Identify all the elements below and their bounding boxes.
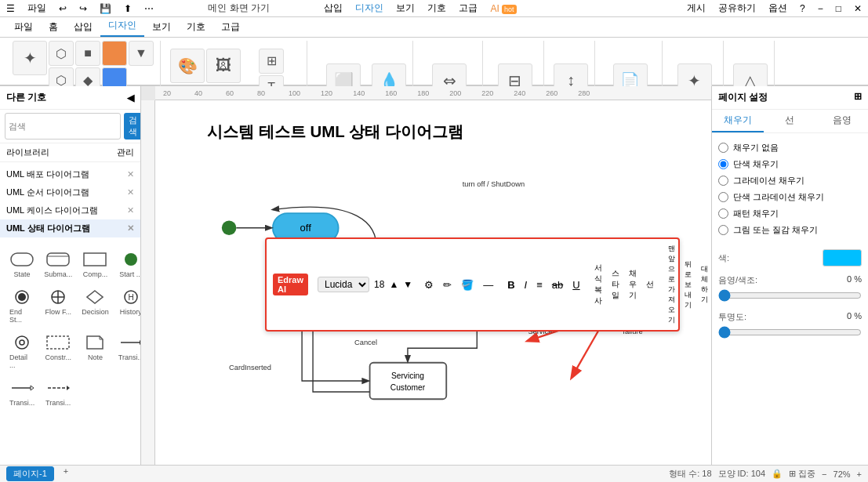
fill-gradient-option[interactable]: 그라데이션 채우기 (718, 172, 862, 189)
italic-btn[interactable]: I (522, 277, 530, 292)
tab-fill[interactable]: 채우기 (712, 110, 764, 132)
toolbar-export[interactable]: ⬆ (124, 3, 132, 14)
diagram-item-usecase[interactable]: UML 케이스 다이어그램 ✕ (0, 201, 140, 219)
ribbon-tab-file[interactable]: 파일 (6, 17, 41, 37)
ribbon-tab-view[interactable]: 보기 (144, 17, 179, 37)
fill-color-btn[interactable]: 🎨 (170, 49, 205, 83)
menu-insert[interactable]: 삽입 (324, 2, 343, 15)
one-click-btn[interactable]: ✦ (13, 41, 47, 75)
search-input[interactable] (5, 113, 121, 140)
shape-subma[interactable]: Subma... (41, 247, 75, 281)
fill-btn[interactable]: 채우기 (626, 266, 639, 303)
shape-state[interactable]: State (6, 247, 38, 281)
btn-help[interactable]: ? (800, 3, 805, 14)
panel-expand-icon[interactable]: ⊞ (854, 91, 862, 104)
panel-collapse-btn[interactable]: ◀ (127, 92, 134, 103)
canvas-area[interactable]: 20 40 60 80 100 120 140 160 180 200 220 … (141, 86, 711, 465)
menu-design[interactable]: 디자인 (355, 2, 383, 15)
menu-main[interactable]: 메인 화면 가기 (166, 2, 311, 15)
tab-line[interactable]: 선 (764, 110, 815, 132)
diagram-item-close[interactable]: ✕ (127, 205, 134, 216)
diagram-item-close[interactable]: ✕ (127, 169, 134, 179)
move-front-btn[interactable]: 맨 앞으로 가져오기 (666, 242, 677, 327)
toolbar-more[interactable]: ⋯ (144, 3, 154, 14)
btn-post[interactable]: 게시 (687, 2, 706, 15)
tab-shadow[interactable]: 음영 (816, 110, 868, 132)
fill-solid-option[interactable]: 단색 채우기 (718, 156, 862, 172)
fill-texture-radio[interactable] (718, 225, 728, 235)
format-icon-4[interactable]: — (481, 277, 496, 292)
format-icon-3[interactable]: 🪣 (459, 277, 476, 292)
diagram-item-close[interactable]: ✕ (127, 223, 134, 234)
shape-comp[interactable]: Comp... (78, 247, 112, 281)
shape-decision[interactable]: Decision (78, 284, 112, 327)
ribbon-tab-insert[interactable]: 삽입 (66, 17, 100, 37)
shape-start[interactable]: Start ... (115, 247, 141, 281)
font-family-select[interactable]: Lucida (318, 277, 369, 292)
btn-maximize[interactable]: □ (836, 3, 841, 14)
ribbon-tab-symbol[interactable]: 기호 (179, 17, 213, 37)
btn-options[interactable]: 옵션 (768, 2, 787, 15)
fill-texture-option[interactable]: 그림 또는 질감 채우기 (718, 222, 862, 238)
font-size-down[interactable]: ▼ (403, 279, 412, 290)
style-btn[interactable]: 스타일 (609, 266, 622, 303)
style-btn-1[interactable]: ⬡ (49, 41, 74, 66)
underline-btn[interactable]: U (570, 277, 582, 292)
transparency-slider[interactable] (718, 326, 862, 339)
search-button[interactable]: 검색 (124, 113, 141, 140)
more-btn[interactable]: ▼ (129, 41, 154, 66)
fill-solid-gradient-radio[interactable] (718, 192, 728, 202)
saturation-slider[interactable] (718, 289, 862, 302)
page-tab-1[interactable]: 페이지-1 (6, 466, 54, 481)
shape-transition-3[interactable]: Transi... (41, 375, 75, 410)
fill-pattern-option[interactable]: 패턴 채우기 (718, 205, 862, 222)
font-size-up[interactable]: ▲ (389, 279, 398, 290)
shape-constr[interactable]: Constr... (41, 330, 75, 372)
shape-flow[interactable]: Flow F... (41, 284, 75, 327)
bg-image-btn[interactable]: 🖼 (206, 49, 241, 83)
format-icon-2[interactable]: ✏ (441, 277, 454, 292)
fill-solid-radio[interactable] (718, 159, 728, 169)
fill-none-option[interactable]: 채우기 없음 (718, 140, 862, 156)
diagram-item-close[interactable]: ✕ (127, 187, 134, 198)
diagram-item-state[interactable]: UML 상태 다이어그램 ✕ (0, 219, 140, 237)
shape-detail[interactable]: Detail ... (6, 330, 38, 372)
btn-share[interactable]: 공유하기 (718, 2, 756, 15)
diagram-item-deploy[interactable]: UML 배포 다이어그램 ✕ (0, 165, 140, 183)
ribbon-tab-advanced[interactable]: 고급 (213, 17, 248, 37)
shape-transition-1[interactable]: Transi... (115, 330, 141, 372)
shape-note[interactable]: Note (78, 330, 112, 372)
menu-symbol[interactable]: 기호 (427, 2, 446, 15)
toolbar-save[interactable]: 💾 (100, 3, 111, 14)
fill-gradient-radio[interactable] (718, 176, 728, 186)
toolbar-undo[interactable]: ↩ (59, 3, 67, 14)
fill-solid-gradient-option[interactable]: 단색 그라데이션 채우기 (718, 189, 862, 205)
diagram-item-sequence[interactable]: UML 순서 다이어그램 ✕ (0, 183, 140, 201)
shape-transition-2[interactable]: Transi... (6, 375, 38, 410)
menu-advanced[interactable]: 고급 (459, 2, 478, 15)
connector-btn[interactable]: ⊞ (259, 49, 284, 74)
shape-end[interactable]: End St... (6, 284, 38, 327)
btn-minimize[interactable]: − (818, 3, 823, 14)
ribbon-tab-home[interactable]: 홈 (41, 17, 66, 37)
fill-btn-1[interactable]: ■ (75, 41, 100, 66)
move-back-btn[interactable]: 뒤로 보내기 (682, 258, 694, 312)
align-btn[interactable]: ≡ (534, 277, 545, 292)
add-page-btn[interactable]: + (64, 466, 68, 481)
strike-btn[interactable]: ab (550, 277, 565, 292)
fill-pattern-radio[interactable] (718, 208, 728, 219)
menu-ai[interactable]: AI hot (490, 3, 516, 14)
color-swatch[interactable] (823, 249, 862, 266)
toolbar-redo[interactable]: ↪ (79, 3, 87, 14)
btn-close[interactable]: ✕ (854, 3, 862, 14)
format-icon-1[interactable]: ⚙ (422, 277, 436, 292)
bold-btn[interactable]: B (505, 277, 517, 292)
color-btn-1[interactable] (102, 41, 127, 66)
zoom-out-btn[interactable]: − (822, 469, 826, 479)
fill-none-radio[interactable] (718, 143, 728, 153)
manage-btn[interactable]: 관리 (117, 147, 134, 158)
line-btn[interactable]: 선 (644, 277, 656, 292)
menu-view[interactable]: 보기 (396, 2, 415, 15)
shape-history[interactable]: H History (115, 284, 141, 327)
format-copy-btn[interactable]: 서식 복사 (592, 261, 605, 308)
